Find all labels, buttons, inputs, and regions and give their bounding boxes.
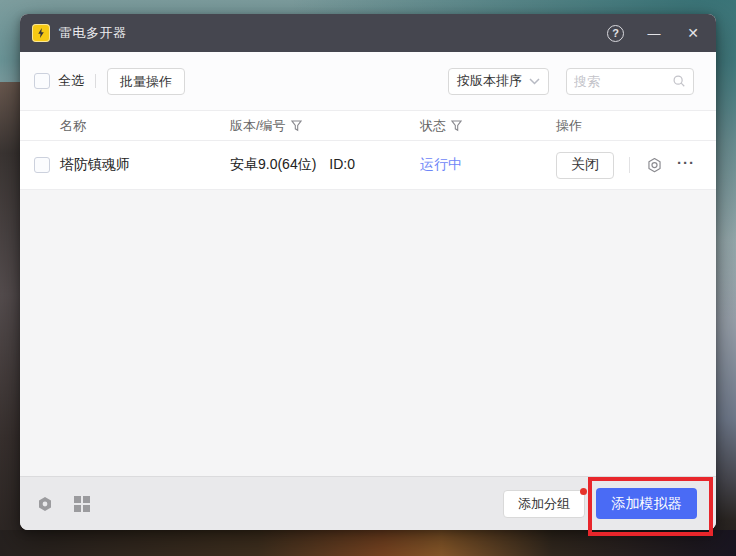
select-all-checkbox[interactable]: [34, 73, 50, 89]
app-logo-icon: [32, 24, 50, 42]
sort-dropdown[interactable]: 按版本排序: [448, 68, 549, 95]
table-header: 名称 版本/编号 状态 操作: [20, 110, 716, 141]
column-header-status: 状态: [420, 117, 556, 135]
row-checkbox[interactable]: [34, 157, 50, 173]
toolbar-divider: [95, 74, 96, 88]
search-input[interactable]: [574, 74, 672, 89]
filter-funnel-icon[interactable]: [451, 120, 462, 132]
lightning-icon: [35, 27, 47, 39]
grid-view-icon[interactable]: [74, 496, 90, 512]
operations-divider: [629, 157, 630, 173]
batch-operations-button[interactable]: 批量操作: [107, 68, 185, 95]
more-options-icon[interactable]: ···: [677, 155, 695, 176]
desktop-wallpaper-mountain: [0, 530, 736, 556]
row-operations: 关闭 ···: [556, 152, 716, 179]
filter-funnel-icon[interactable]: [291, 120, 302, 132]
titlebar: 雷电多开器 ? — ✕: [20, 14, 716, 52]
toolbar: 全选 批量操作 按版本排序: [20, 52, 716, 110]
search-icon: [672, 74, 686, 88]
sort-dropdown-value: 按版本排序: [457, 72, 522, 90]
search-box[interactable]: [566, 68, 694, 95]
minimize-button[interactable]: —: [645, 26, 663, 41]
add-emulator-button[interactable]: 添加模拟器: [596, 488, 697, 519]
column-header-version: 版本/编号: [230, 117, 420, 135]
row-android-version: 安卓9.0(64位): [230, 156, 316, 174]
help-icon[interactable]: ?: [607, 25, 624, 42]
row-instance-id: ID:0: [329, 156, 355, 174]
empty-list-area: [20, 190, 716, 476]
column-header-operations: 操作: [556, 117, 716, 135]
stop-instance-button[interactable]: 关闭: [556, 152, 614, 179]
instance-settings-gear-icon[interactable]: [645, 156, 664, 175]
footer-bar: 添加分组 添加模拟器: [20, 476, 716, 530]
chevron-down-icon: [529, 78, 540, 85]
close-button[interactable]: ✕: [684, 25, 702, 41]
row-name: 塔防镇魂师: [60, 156, 230, 174]
add-group-button[interactable]: 添加分组: [503, 490, 585, 518]
select-all-label: 全选: [58, 72, 84, 90]
global-settings-nut-icon[interactable]: [36, 495, 54, 513]
desktop-wallpaper-cliff: [0, 82, 22, 556]
column-header-name: 名称: [60, 117, 230, 135]
row-status-running: 运行中: [420, 156, 556, 174]
app-window: 雷电多开器 ? — ✕ 全选 批量操作 按版本排序 名称 版本/编号: [20, 14, 716, 530]
table-row: 塔防镇魂师 安卓9.0(64位) ID:0 运行中 关闭 ···: [20, 141, 716, 190]
window-title: 雷电多开器: [59, 24, 127, 42]
titlebar-controls: ? — ✕: [607, 25, 702, 42]
row-version: 安卓9.0(64位) ID:0: [230, 156, 420, 174]
notification-badge: [580, 488, 587, 495]
